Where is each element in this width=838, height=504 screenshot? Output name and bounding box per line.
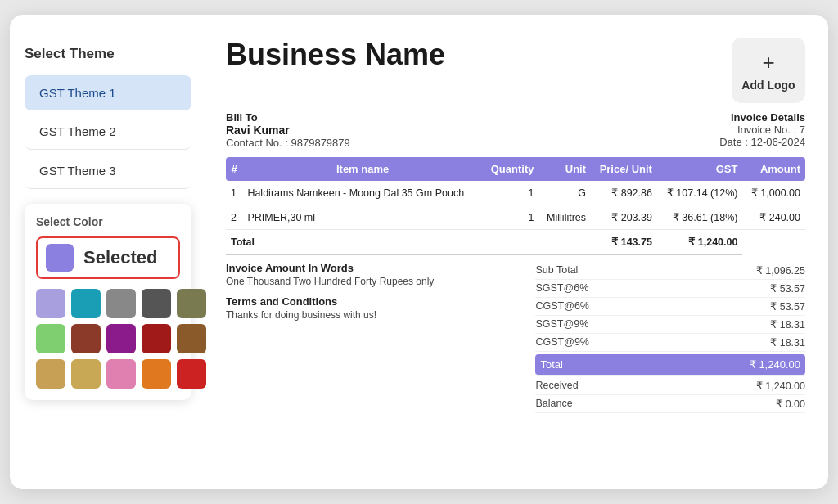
bill-to-section: Bill To Ravi Kumar Contact No. : 9879879…: [226, 111, 350, 149]
theme-item[interactable]: GST Theme 2: [25, 114, 191, 150]
amount-words-value: One Thousand Two Hundred Forty Rupees on…: [226, 276, 522, 287]
table-header-cell: Price/ Unit: [591, 157, 657, 181]
invoice-area: Business Name + Add Logo Bill To Ravi Ku…: [206, 38, 805, 466]
summary-value: ₹ 18.31: [770, 318, 805, 331]
invoice-table-header: #Item nameQuantityUnitPrice/ UnitGSTAmou…: [226, 157, 805, 181]
table-cell: Haldirams Namkeen - Moong Dal 35 Gm Pouc…: [242, 181, 482, 205]
invoice-table-body: 1Haldirams Namkeen - Moong Dal 35 Gm Pou…: [226, 181, 805, 254]
invoice-details-label: Invoice Details: [719, 111, 805, 124]
table-header-cell: #: [226, 157, 242, 181]
add-logo-label: Add Logo: [741, 79, 795, 92]
summary-label: CGST@9%: [535, 336, 588, 349]
customer-name: Ravi Kumar: [226, 124, 350, 137]
invoice-table: #Item nameQuantityUnitPrice/ UnitGSTAmou…: [226, 157, 805, 255]
table-total-cell: ₹ 143.75: [591, 230, 657, 255]
table-cell: Millilitres: [538, 205, 591, 230]
summary-row: CGST@9%₹ 18.31: [535, 334, 805, 352]
theme-item[interactable]: GST Theme 1: [25, 75, 191, 110]
color-grid: [36, 289, 180, 389]
summary-label: Sub Total: [535, 264, 578, 277]
table-cell: ₹ 107.14 (12%): [657, 181, 742, 205]
bill-info-row: Bill To Ravi Kumar Contact No. : 9879879…: [226, 111, 805, 149]
table-cell: ₹ 36.61 (18%): [657, 205, 742, 230]
color-swatch[interactable]: [142, 324, 171, 353]
main-container: Select Theme GST Theme 1GST Theme 2GST T…: [10, 15, 828, 489]
summary-label: SGST@9%: [535, 318, 588, 331]
invoice-details-section: Invoice Details Invoice No. : 7 Date : 1…: [719, 111, 805, 149]
theme-item[interactable]: GST Theme 3: [25, 153, 191, 189]
color-swatch[interactable]: [71, 289, 101, 318]
summary-label: SGST@6%: [535, 282, 588, 295]
summary-row: CGST@6%₹ 53.57: [535, 298, 805, 316]
sidebar: Select Theme GST Theme 1GST Theme 2GST T…: [10, 38, 206, 466]
color-swatch[interactable]: [106, 289, 136, 318]
table-cell: 2: [226, 205, 242, 230]
summary-value: ₹ 53.57: [770, 300, 805, 313]
terms-text: Thanks for doing business with us!: [226, 309, 522, 321]
color-swatch[interactable]: [36, 324, 65, 353]
table-cell: 1: [483, 205, 539, 230]
summary-row: SGST@6%₹ 53.57: [535, 280, 805, 298]
color-swatch[interactable]: [177, 289, 206, 318]
select-color-section: Select Color Selected: [25, 204, 191, 400]
bill-to-label: Bill To: [226, 111, 350, 124]
color-swatch[interactable]: [71, 359, 101, 389]
table-header-cell: Quantity: [483, 157, 539, 181]
sidebar-title: Select Theme: [25, 46, 191, 62]
table-total-row: Total₹ 143.75₹ 1,240.00: [226, 230, 805, 255]
add-logo-button[interactable]: + Add Logo: [732, 38, 805, 103]
summary-label: Total: [540, 358, 562, 371]
table-total-cell: [538, 230, 591, 255]
select-color-title: Select Color: [36, 215, 180, 228]
summary-row: SGST@9%₹ 18.31: [535, 316, 805, 334]
table-total-cell: [483, 230, 539, 255]
summary-value: ₹ 0.00: [776, 398, 805, 410]
terms-title: Terms and Conditions: [226, 295, 522, 308]
color-swatch[interactable]: [177, 359, 206, 389]
invoice-date: Date : 12-06-2024: [719, 136, 805, 148]
summary-section: Sub Total₹ 1,096.25SGST@6%₹ 53.57CGST@6%…: [535, 262, 805, 413]
amount-words-title: Invoice Amount In Words: [226, 262, 522, 274]
table-cell: 1: [483, 181, 539, 205]
color-swatch[interactable]: [36, 289, 65, 318]
summary-value: ₹ 1,240.00: [750, 358, 800, 371]
summary-row: Received₹ 1,240.00: [535, 377, 805, 395]
table-row: 2PRIMER,30 ml1Millilitres₹ 203.39₹ 36.61…: [226, 205, 805, 230]
summary-label: CGST@6%: [535, 300, 588, 313]
theme-list: GST Theme 1GST Theme 2GST Theme 3: [25, 75, 191, 189]
summary-value: ₹ 18.31: [770, 336, 805, 349]
table-header-cell: Unit: [538, 157, 591, 181]
table-total-cell: ₹ 1,240.00: [657, 230, 742, 255]
contact-number: Contact No. : 9879879879: [226, 137, 350, 149]
color-swatch[interactable]: [142, 359, 171, 389]
table-cell: 1: [226, 181, 242, 205]
table-header-cell: Item name: [242, 157, 482, 181]
selected-color-box: Selected: [36, 236, 180, 279]
color-swatch[interactable]: [142, 289, 171, 318]
table-cell: PRIMER,30 ml: [242, 205, 482, 230]
bottom-section: Invoice Amount In Words One Thousand Two…: [226, 262, 805, 413]
invoice-number: Invoice No. : 7: [719, 124, 805, 136]
summary-value: ₹ 1,096.25: [756, 264, 805, 277]
table-cell: G: [538, 181, 591, 205]
table-total-cell: Total: [226, 230, 483, 255]
business-name: Business Name: [226, 38, 445, 72]
summary-label: Received: [535, 380, 578, 392]
table-cell: ₹ 892.86: [591, 181, 657, 205]
invoice-left: Invoice Amount In Words One Thousand Two…: [226, 262, 535, 413]
table-cell: ₹ 203.39: [591, 205, 657, 230]
selected-color-swatch: [46, 244, 74, 272]
color-swatch[interactable]: [177, 324, 206, 353]
table-header-cell: Amount: [742, 157, 805, 181]
invoice-top: Business Name + Add Logo: [226, 38, 805, 103]
color-swatch[interactable]: [71, 324, 101, 353]
color-swatch[interactable]: [36, 359, 65, 389]
summary-label: Balance: [535, 398, 572, 410]
table-cell: ₹ 240.00: [742, 205, 805, 230]
table-header-cell: GST: [657, 157, 742, 181]
color-swatch[interactable]: [106, 359, 136, 389]
summary-row: Balance₹ 0.00: [535, 395, 805, 413]
summary-row: Sub Total₹ 1,096.25: [535, 262, 805, 280]
color-swatch[interactable]: [106, 324, 136, 353]
table-cell: ₹ 1,000.00: [742, 181, 805, 205]
